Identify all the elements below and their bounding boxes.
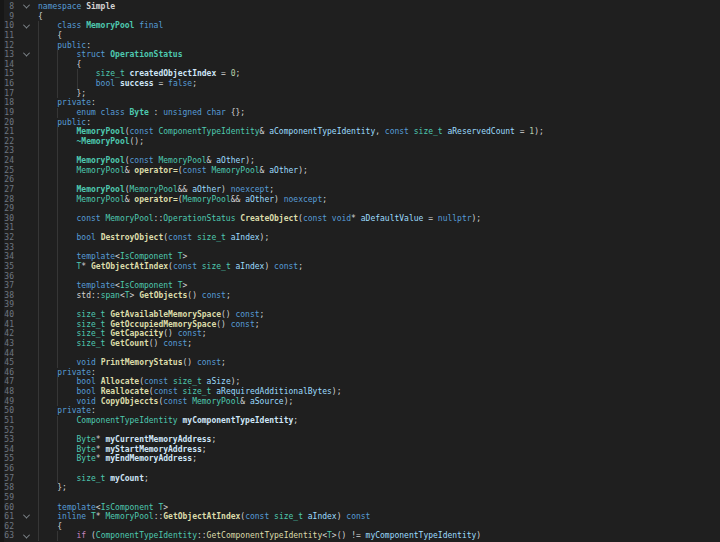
code-text[interactable]: Byte* myStartMemoryAddress; [38, 445, 720, 455]
code-text[interactable]: class MemoryPool final [38, 21, 720, 31]
code-text[interactable] [38, 146, 720, 156]
code-text[interactable]: bool success = false; [38, 79, 720, 89]
code-line[interactable]: 49void CopyObjeccts(const MemoryPool& aS… [0, 397, 720, 407]
code-line[interactable]: 25MemoryPool& operator=(const MemoryPool… [0, 166, 720, 176]
code-line[interactable]: 48bool Reallocate(const size_t aRequired… [0, 387, 720, 397]
code-text[interactable]: ~MemoryPool(); [38, 137, 720, 147]
code-line[interactable]: 21MemoryPool(const ComponentTypeIdentity… [0, 127, 720, 137]
code-editor[interactable]: 8namespace Simple9{10class MemoryPool fi… [0, 0, 720, 542]
code-line[interactable]: 56 [0, 464, 720, 474]
code-line[interactable]: 41size_t GetOccupiedMemorySpace() const; [0, 320, 720, 330]
code-text[interactable]: size_t GetCapacity() const; [38, 329, 720, 339]
code-line[interactable]: 33 [0, 243, 720, 253]
code-text[interactable]: bool Reallocate(const size_t aRequiredAd… [38, 387, 720, 397]
code-line[interactable]: 18private: [0, 98, 720, 108]
code-text[interactable]: inline T* MemoryPool::GetObjectAtIndex(c… [38, 512, 720, 522]
code-text[interactable]: enum class Byte : unsigned char {}; [38, 108, 720, 118]
code-line[interactable]: 55Byte* myEndMemoryAddress; [0, 454, 720, 464]
code-text[interactable] [38, 272, 720, 282]
code-text[interactable]: void CopyObjeccts(const MemoryPool& aSou… [38, 397, 720, 407]
code-line[interactable]: 38std::span<T> GetObjects() const; [0, 291, 720, 301]
code-line[interactable]: 60template<IsComponent T> [0, 503, 720, 513]
code-line[interactable]: 8namespace Simple [0, 2, 720, 12]
code-line[interactable]: 10class MemoryPool final [0, 21, 720, 31]
code-line[interactable]: 15size_t createdObjectIndex = 0; [0, 69, 720, 79]
code-line[interactable]: 39 [0, 300, 720, 310]
code-line[interactable]: 46private: [0, 368, 720, 378]
code-line[interactable]: 28MemoryPool& operator=(MemoryPool&& aOt… [0, 195, 720, 205]
code-text[interactable]: if (ComponentTypeIdentity::GetComponentT… [38, 531, 720, 541]
code-line[interactable]: 40size_t GetAvailableMemorySpace() const… [0, 310, 720, 320]
code-line[interactable]: 52 [0, 426, 720, 436]
code-line[interactable]: 26 [0, 175, 720, 185]
code-text[interactable] [38, 426, 720, 436]
code-text[interactable]: template<IsComponent T> [38, 252, 720, 262]
code-text[interactable]: public: [38, 118, 720, 128]
code-line[interactable]: 17}; [0, 89, 720, 99]
code-line[interactable]: 53Byte* myCurrentMemoryAddress; [0, 435, 720, 445]
code-line[interactable]: 42size_t GetCapacity() const; [0, 329, 720, 339]
code-line[interactable]: 14{ [0, 60, 720, 70]
code-text[interactable]: { [38, 12, 720, 22]
chevron-down-icon[interactable] [14, 512, 38, 522]
code-text[interactable] [38, 300, 720, 310]
code-line[interactable]: 13struct OperationStatus [0, 50, 720, 60]
code-text[interactable]: size_t createdObjectIndex = 0; [38, 69, 720, 79]
code-text[interactable]: template<IsComponent T> [38, 281, 720, 291]
chevron-down-icon[interactable] [14, 21, 38, 31]
code-text[interactable]: Byte* myEndMemoryAddress; [38, 454, 720, 464]
code-text[interactable] [38, 243, 720, 253]
code-line[interactable]: 11{ [0, 31, 720, 41]
code-text[interactable] [38, 464, 720, 474]
chevron-down-icon[interactable] [14, 50, 38, 60]
code-text[interactable]: MemoryPool(const MemoryPool& aOther); [38, 156, 720, 166]
code-text[interactable]: private: [38, 98, 720, 108]
code-text[interactable] [38, 204, 720, 214]
code-line[interactable]: 47bool Allocate(const size_t aSize); [0, 377, 720, 387]
chevron-down-icon[interactable] [14, 531, 38, 541]
code-line[interactable]: 63if (ComponentTypeIdentity::GetComponen… [0, 531, 720, 541]
code-line[interactable]: 19enum class Byte : unsigned char {}; [0, 108, 720, 118]
code-text[interactable]: private: [38, 406, 720, 416]
code-text[interactable]: ComponentTypeIdentity myComponentTypeIde… [38, 416, 720, 426]
code-line[interactable]: 37template<IsComponent T> [0, 281, 720, 291]
code-line[interactable]: 62{ [0, 522, 720, 532]
code-line[interactable]: 32bool DestroyObject(const size_t aIndex… [0, 233, 720, 243]
code-text[interactable]: namespace Simple [38, 2, 720, 12]
code-text[interactable]: size_t GetAvailableMemorySpace() const; [38, 310, 720, 320]
code-line[interactable]: 45void PrintMemoryStatus() const; [0, 358, 720, 368]
code-line[interactable]: 30const MemoryPool::OperationStatus Crea… [0, 214, 720, 224]
code-text[interactable]: bool Allocate(const size_t aSize); [38, 377, 720, 387]
code-line[interactable]: 29 [0, 204, 720, 214]
code-text[interactable]: template<IsComponent T> [38, 503, 720, 513]
code-text[interactable] [38, 175, 720, 185]
code-text[interactable]: }; [38, 89, 720, 99]
code-line[interactable]: 23 [0, 146, 720, 156]
code-line[interactable]: 58}; [0, 483, 720, 493]
code-line[interactable]: 24MemoryPool(const MemoryPool& aOther); [0, 156, 720, 166]
code-text[interactable]: Byte* myCurrentMemoryAddress; [38, 435, 720, 445]
code-line[interactable]: 44 [0, 349, 720, 359]
code-line[interactable]: 27MemoryPool(MemoryPool&& aOther) noexce… [0, 185, 720, 195]
code-line[interactable]: 31 [0, 223, 720, 233]
code-line[interactable]: 16bool success = false; [0, 79, 720, 89]
code-text[interactable]: std::span<T> GetObjects() const; [38, 291, 720, 301]
code-text[interactable]: MemoryPool(const ComponentTypeIdentity& … [38, 127, 720, 137]
code-line[interactable]: 59 [0, 493, 720, 503]
code-line[interactable]: 34template<IsComponent T> [0, 252, 720, 262]
code-text[interactable]: size_t myCount; [38, 474, 720, 484]
code-text[interactable] [38, 349, 720, 359]
code-text[interactable]: void PrintMemoryStatus() const; [38, 358, 720, 368]
code-text[interactable]: size_t GetOccupiedMemorySpace() const; [38, 320, 720, 330]
code-line[interactable]: 51ComponentTypeIdentity myComponentTypeI… [0, 416, 720, 426]
code-line[interactable]: 61inline T* MemoryPool::GetObjectAtIndex… [0, 512, 720, 522]
code-line[interactable]: 20public: [0, 118, 720, 128]
code-text[interactable]: T* GetObjectAtIndex(const size_t aIndex)… [38, 262, 720, 272]
code-line[interactable]: 50private: [0, 406, 720, 416]
code-text[interactable]: struct OperationStatus [38, 50, 720, 60]
code-line[interactable]: 12public: [0, 41, 720, 51]
code-line[interactable]: 22~MemoryPool(); [0, 137, 720, 147]
chevron-down-icon[interactable] [14, 2, 38, 12]
code-text[interactable]: private: [38, 368, 720, 378]
code-line[interactable]: 54Byte* myStartMemoryAddress; [0, 445, 720, 455]
